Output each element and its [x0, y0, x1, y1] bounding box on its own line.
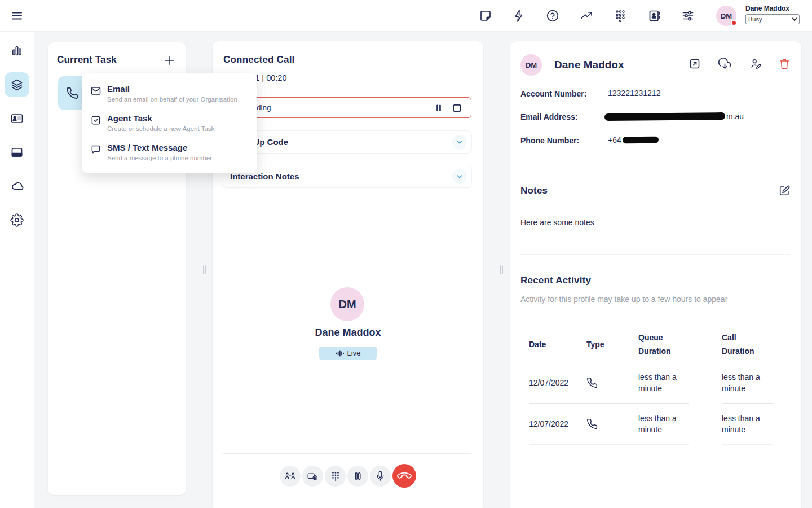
contacts-button[interactable]: [647, 9, 661, 23]
delete-profile-button[interactable]: [778, 57, 791, 71]
sidebar: [0, 32, 34, 508]
hold-call-button[interactable]: [347, 466, 368, 487]
add-task-button[interactable]: [161, 52, 177, 68]
menu-item-sms-title: SMS / Text Message: [107, 143, 212, 153]
transfer-call-button[interactable]: [280, 466, 301, 487]
phone-redaction-mark: [623, 137, 659, 144]
interaction-notes-chevron[interactable]: [452, 169, 467, 184]
call-contact-name: Dane Maddox: [213, 327, 483, 339]
checkbox-icon: [90, 115, 102, 126]
external-link-icon: [689, 58, 701, 70]
activity-row-date: 12/07/2022: [529, 362, 586, 404]
menu-item-sms-desc: Send a message to a phone number: [107, 154, 212, 162]
pause-recording-control-button[interactable]: [302, 466, 323, 487]
phone-visible-prefix: +64: [608, 135, 621, 144]
right-resize-handle[interactable]: [498, 265, 504, 275]
call-contact-initials: DM: [338, 298, 356, 311]
chat-bubble-icon: [90, 144, 102, 155]
activity-col-date: Date: [529, 326, 586, 362]
edit-profile-button[interactable]: [749, 57, 763, 71]
quick-actions-button[interactable]: [512, 9, 526, 23]
menu-item-agent-task-title: Agent Task: [107, 113, 214, 124]
envelope-icon: [90, 85, 102, 97]
end-call-button[interactable]: [392, 464, 416, 488]
email-row: Email Address:: [520, 112, 577, 122]
call-controls: [213, 464, 483, 488]
settings-sliders-button[interactable]: [681, 9, 695, 23]
person-edit-icon: [750, 58, 762, 70]
profile-name: Dane Maddox: [554, 59, 624, 71]
edit-notes-button[interactable]: [778, 184, 791, 198]
waveform-icon: [336, 349, 344, 357]
bar-chart-icon: [10, 44, 24, 58]
status-select[interactable]: Busy: [745, 14, 800, 24]
download-profile-button[interactable]: [718, 57, 731, 71]
status-dot: [731, 20, 737, 26]
sidebar-item-settings[interactable]: [5, 208, 29, 233]
profile-avatar: DM: [520, 54, 542, 76]
user-name: Dane Maddox: [745, 5, 800, 12]
gear-icon: [10, 213, 24, 227]
plus-icon: [163, 54, 175, 67]
sidebar-item-workspace[interactable]: [5, 140, 29, 165]
activity-row-queue-duration: less than a minute: [638, 362, 689, 404]
open-profile-button[interactable]: [688, 57, 701, 71]
wrap-up-code-accordion[interactable]: Wrap Up Code: [223, 131, 471, 153]
hamburger-icon: [10, 9, 24, 23]
sidebar-item-contacts[interactable]: [5, 106, 29, 131]
pause-icon: [434, 103, 443, 112]
dialpad-control-button[interactable]: [325, 466, 346, 487]
sidebar-item-tasks[interactable]: [5, 72, 29, 97]
mute-button[interactable]: [370, 466, 391, 487]
user-avatar-initials: DM: [721, 12, 732, 20]
current-task-title: Current Task: [57, 54, 117, 65]
menu-item-email-title: Email: [107, 84, 237, 94]
edit-pencil-icon: [778, 185, 791, 197]
hamburger-menu-button[interactable]: [9, 8, 25, 24]
email-visible-suffix: m.au: [726, 112, 744, 121]
phone-label: Phone Number:: [520, 136, 579, 145]
activity-col-call-duration: Call Duration: [722, 326, 767, 362]
account-number-row: Account Number:: [520, 89, 586, 99]
recorder-pause-icon: [307, 470, 319, 482]
trending-up-icon: [580, 9, 593, 23]
activity-col-queue-duration: Queue Duration: [638, 326, 683, 362]
profile-panel: DM Dane Maddox: [510, 41, 801, 508]
chevron-down-icon: [456, 173, 464, 181]
reports-button[interactable]: [580, 9, 593, 23]
help-icon: [546, 9, 559, 23]
activity-row-date: 12/07/2022: [529, 404, 586, 445]
cloud-download-icon: [718, 58, 731, 71]
sidebar-item-cloud[interactable]: [5, 174, 29, 199]
recent-activity-subtitle: Activity for this profile may take up to…: [520, 295, 727, 304]
wrap-up-chevron[interactable]: [452, 135, 467, 150]
stop-icon: [452, 103, 462, 113]
stop-recording-button[interactable]: [452, 103, 462, 113]
menu-item-email[interactable]: Email Send an email on behalf of your Or…: [82, 79, 257, 108]
microphone-icon: [375, 471, 386, 481]
sidebar-item-dashboard[interactable]: [5, 38, 29, 63]
phone-call-icon: [586, 377, 598, 388]
controls-divider: [223, 453, 471, 454]
left-resize-handle[interactable]: [202, 265, 208, 275]
live-label: Live: [347, 349, 361, 357]
phone-call-icon: [586, 418, 598, 430]
activity-row-type: [586, 404, 638, 445]
dialpad-button[interactable]: [614, 9, 627, 23]
pause-recording-button[interactable]: [434, 103, 444, 113]
email-redaction-mark: [604, 112, 725, 121]
interaction-notes-label: Interaction Notes: [230, 172, 299, 181]
note-button[interactable]: [479, 9, 492, 23]
user-avatar[interactable]: DM: [716, 6, 736, 26]
app-window: DM Dane Maddox Busy: [0, 0, 812, 508]
trash-icon: [778, 58, 791, 70]
menu-item-email-desc: Send an email on behalf of your Organisa…: [107, 95, 237, 103]
menu-item-agent-task[interactable]: Agent Task Create or schedule a new Agen…: [82, 108, 257, 138]
menu-item-sms[interactable]: SMS / Text Message Send a message to a p…: [82, 138, 257, 167]
transfer-icon: [284, 470, 296, 482]
help-button[interactable]: [546, 9, 559, 23]
activity-row-type: [586, 362, 638, 404]
interaction-notes-accordion[interactable]: Interaction Notes: [223, 165, 471, 187]
top-bar: DM Dane Maddox Busy: [0, 0, 812, 32]
call-contact-avatar: DM: [330, 287, 364, 321]
